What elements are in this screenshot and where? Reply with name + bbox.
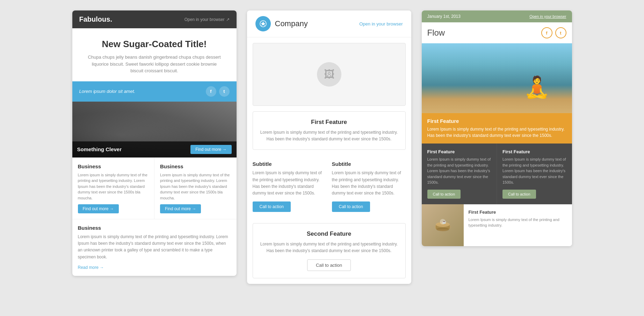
card3-bottom-text: Lorem Ipsum is simply dummy text of the … <box>469 217 567 228</box>
card1-two-col: Business Lorem ipsum is simply dummy tex… <box>72 157 237 219</box>
card2-company-name: Company <box>275 19 308 28</box>
image-placeholder-icon: 🖼 <box>324 68 334 80</box>
card1-title: New Sugar-Coated Title! <box>86 39 223 50</box>
card1-read-more-link[interactable]: Read more → <box>78 265 104 270</box>
card1-logo: Fabulous. <box>79 15 112 23</box>
card3-bottom: ☕ First Feature Lorem Ipsum is simply du… <box>422 204 572 246</box>
card1-banner: Lorem ipsum dolor sit amet. f t <box>72 81 237 102</box>
card2-col2-subtitle: Subtitle <box>332 161 406 167</box>
card1-col2-title: Business <box>160 163 231 169</box>
card3-dark-col2-title: First Feature <box>502 149 566 154</box>
card1-header: Fabulous. Open in your browser ↗ <box>72 10 237 28</box>
card3-banner-title: First Feature <box>427 118 566 124</box>
card3-dark-col1-button[interactable]: Call to action <box>427 190 461 199</box>
card1-col2-button[interactable]: Find out more → <box>160 204 201 213</box>
card3-dark-col1-text: Lorem Ipsum is simply dummy text of the … <box>427 156 491 185</box>
card3-bottom-image: ☕ <box>422 204 464 246</box>
card1-hero-image: Something Clever Find out more → <box>72 102 237 157</box>
card1-bottom-title: Business <box>78 225 231 231</box>
card3-bottom-title: First Feature <box>469 210 567 215</box>
card2-hero-placeholder: 🖼 <box>253 43 406 106</box>
card2-header: Company Open in your browser <box>247 10 411 37</box>
twitter-icon[interactable]: t <box>219 86 230 97</box>
card3-twitter-icon[interactable]: t <box>555 27 566 38</box>
card3-dark-col1: First Feature Lorem Ipsum is simply dumm… <box>422 144 497 204</box>
external-link-icon: ↗ <box>226 17 230 22</box>
email-card-2: Company Open in your browser 🖼 First Fea… <box>247 10 411 284</box>
card2-col1-subtitle: Subtitle <box>253 161 326 167</box>
card1-bottom: Business Lorem ipsum is simply dummy tex… <box>72 219 237 276</box>
card3-bottom-content: First Feature Lorem Ipsum is simply dumm… <box>464 204 572 246</box>
card2-hero-icon: 🖼 <box>317 62 341 87</box>
card1-bottom-text: Lorem ipsum is simply dummy text of the … <box>78 234 231 260</box>
email-card-1: Fabulous. Open in your browser ↗ New Sug… <box>72 10 237 276</box>
card3-dark-col2-text: Lorem Ipsum is simply dummy text of the … <box>502 156 566 185</box>
svg-text:☕: ☕ <box>442 220 447 224</box>
card2-col2-text: Lorem Ipsum is simply dummy text of the … <box>332 170 406 197</box>
card1-col1-button[interactable]: Find out more → <box>78 204 119 213</box>
card2-two-col: Subtitle Lorem Ipsum is simply dummy tex… <box>253 155 406 218</box>
card2-col1-cta-button[interactable]: Call to action <box>253 201 291 212</box>
card2-col2-cta-button[interactable]: Call to action <box>332 201 370 212</box>
card2-first-feature-title: First Feature <box>260 119 398 126</box>
card2-second-feature: Second Feature Lorem Ipsum is simply dum… <box>253 223 406 278</box>
card3-dark-col2: First Feature Lorem Ipsum is simply dumm… <box>497 144 572 204</box>
facebook-icon[interactable]: f <box>206 86 216 97</box>
card3-brand-icons: f t <box>541 27 566 38</box>
card2-col2: Subtitle Lorem Ipsum is simply dummy tex… <box>332 155 406 218</box>
card1-banner-text: Lorem ipsum dolor sit amet. <box>79 89 135 94</box>
svg-point-4 <box>436 228 449 231</box>
card3-hero-image: 🧘 <box>422 43 572 113</box>
card3-date: January 1st, 2013 <box>427 14 461 19</box>
card3-header-link[interactable]: Open in your browser <box>529 14 566 19</box>
card1-col1: Business Lorem ipsum is simply dummy tex… <box>72 158 155 219</box>
card2-logo-wrap: Company <box>255 16 308 31</box>
card2-second-feature-text: Lorem Ipsum is simply dummy text of the … <box>260 241 398 254</box>
card2-first-feature: First Feature Lorem Ipsum is simply dumm… <box>253 111 406 150</box>
card3-dark-section: First Feature Lorem Ipsum is simply dumm… <box>422 144 572 204</box>
card3-orange-banner: First Feature Lorem Ipsum is simply dumm… <box>422 113 572 144</box>
card1-findout-button[interactable]: Find out more → <box>190 145 231 154</box>
card2-logo-icon <box>255 16 271 31</box>
card3-brand-name: Flow <box>427 28 445 38</box>
card3-dark-col2-button[interactable]: Call to action <box>502 190 536 199</box>
card1-image-label: Something Clever <box>77 146 122 152</box>
card1-col2-text: Lorem ipsum is simply dummy text of the … <box>160 172 231 201</box>
card2-col1-text: Lorem Ipsum is simply dummy text of the … <box>253 170 326 197</box>
card2-header-link[interactable]: Open in your browser <box>359 21 403 27</box>
card3-header: January 1st, 2013 Open in your browser <box>422 10 572 22</box>
card1-social-icons: f t <box>206 86 230 97</box>
email-card-3: January 1st, 2013 Open in your browser F… <box>422 10 572 246</box>
card1-image-overlay: Something Clever Find out more → <box>72 141 237 157</box>
card3-facebook-icon[interactable]: f <box>541 27 552 38</box>
card1-col2: Business Lorem ipsum is simply dummy tex… <box>154 158 237 219</box>
card1-subtitle: Chupa chups jelly beans danish gingerbre… <box>86 54 223 74</box>
card2-second-feature-title: Second Feature <box>260 230 398 237</box>
card3-dark-col1-title: First Feature <box>427 149 491 154</box>
card2-second-feature-cta-button[interactable]: Call to action <box>307 259 351 271</box>
card1-col1-text: Lorem ipsum is simply dummy text of the … <box>78 172 149 201</box>
yoga-figure: 🧘 <box>523 64 551 110</box>
card2-first-feature-text: Lorem Ipsum is simply dummy text of the … <box>260 129 398 142</box>
card3-brand-row: Flow f t <box>422 22 572 43</box>
card3-banner-text: Lorem Ipsum is simply dummy text of the … <box>427 126 566 139</box>
card1-col1-title: Business <box>78 163 149 169</box>
card1-body: New Sugar-Coated Title! Chupa chups jell… <box>72 28 237 81</box>
card2-col1: Subtitle Lorem Ipsum is simply dummy tex… <box>253 155 326 218</box>
card1-header-link[interactable]: Open in your browser ↗ <box>184 17 230 22</box>
